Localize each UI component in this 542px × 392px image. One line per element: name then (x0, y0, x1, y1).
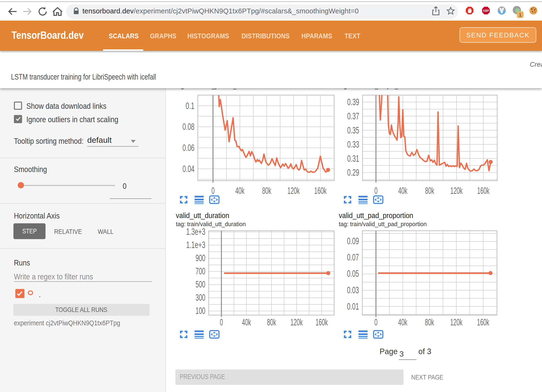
svg-text:1: 1 (519, 12, 522, 17)
svg-text:ABP: ABP (483, 9, 489, 12)
